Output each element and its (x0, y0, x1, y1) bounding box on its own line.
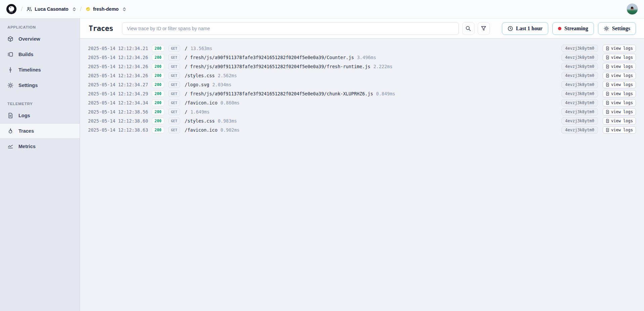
table-row[interactable]: 2025-05-14 12:12:34.26 200 GET /_fresh/j… (88, 53, 636, 62)
table-row[interactable]: 2025-05-14 12:12:34.29 200 GET /_fresh/j… (88, 89, 636, 98)
document-icon (606, 101, 609, 105)
view-logs-button[interactable]: view logs (603, 45, 636, 52)
status-badge: 200 (152, 81, 164, 88)
status-badge: 200 (152, 72, 164, 79)
deno-logo-icon[interactable] (6, 4, 17, 14)
sidebar-item-overview[interactable]: Overview (0, 31, 80, 47)
timeline-slider-icon (7, 67, 13, 73)
trace-settings-label: Settings (612, 26, 630, 32)
breadcrumb-separator: / (80, 5, 82, 13)
trace-path: /styles.css (185, 73, 215, 78)
view-logs-button[interactable]: view logs (603, 81, 636, 88)
trace-timestamp: 2025-05-14 12:12:38.56 (88, 109, 152, 115)
trace-settings-button[interactable]: Settings (598, 22, 636, 35)
trace-path: / (185, 46, 187, 51)
project-name: fresh-demo (93, 6, 119, 12)
trace-id-chip: 4evzj3k8ytm0 (561, 45, 598, 52)
status-badge: 200 (152, 99, 164, 106)
sidebar-item-logs[interactable]: Logs (0, 108, 80, 123)
table-row[interactable]: 2025-05-14 12:12:34.26 200 GET /styles.c… (88, 71, 636, 80)
gear-icon (7, 82, 13, 88)
trace-list: 2025-05-14 12:12:34.21 200 GET / 13.563m… (80, 39, 644, 311)
table-row[interactable]: 2025-05-14 12:12:34.27 200 GET /logo.svg… (88, 80, 636, 89)
trace-duration: 2.222ms (373, 64, 392, 69)
status-badge: 200 (152, 127, 164, 133)
view-logs-button[interactable]: view logs (603, 117, 636, 125)
method-badge: GET (168, 81, 180, 88)
sidebar-item-timelines[interactable]: Timelines (0, 62, 80, 78)
status-badge: 200 (152, 54, 164, 61)
view-logs-label: view logs (611, 55, 633, 60)
sidebar-section-application: APPLICATION (0, 25, 80, 31)
project-switcher-chevron-icon[interactable] (123, 7, 126, 11)
flame-icon (7, 128, 13, 134)
method-badge: GET (168, 99, 180, 106)
breadcrumb-separator: / (21, 5, 23, 13)
sidebar-item-builds[interactable]: Builds (0, 47, 80, 62)
trace-path: /styles.css (185, 118, 215, 124)
document-icon (606, 64, 609, 69)
streaming-label: Streaming (564, 26, 588, 32)
view-logs-label: view logs (611, 109, 633, 114)
filter-button[interactable] (478, 22, 490, 35)
streaming-live-dot-icon (558, 27, 561, 30)
table-row[interactable]: 2025-05-14 12:12:38.56 200 GET / 1.649ms… (88, 107, 636, 116)
table-row[interactable]: 2025-05-14 12:12:34.26 200 GET /_fresh/j… (88, 62, 636, 71)
trace-id-chip: 4evzj3k8ytm0 (561, 99, 598, 106)
traces-header: Traces (80, 18, 644, 39)
trace-timestamp: 2025-05-14 12:12:38.63 (88, 127, 152, 133)
view-logs-button[interactable]: view logs (603, 90, 636, 97)
method-badge: GET (168, 54, 180, 61)
org-switcher-chevron-icon[interactable] (73, 7, 76, 11)
cube-icon (7, 36, 13, 42)
trace-id-chip: 4evzj3k8ytm0 (561, 81, 598, 88)
trace-timestamp: 2025-05-14 12:12:34.26 (88, 55, 152, 60)
fresh-lemon-icon (86, 7, 90, 11)
streaming-button[interactable]: Streaming (552, 22, 594, 35)
sidebar-section-telemetry: TELEMETRY (0, 102, 80, 108)
breadcrumb-org[interactable]: Luca Casonato (27, 6, 76, 12)
trace-path: /favicon.ico (185, 100, 218, 105)
view-logs-label: view logs (611, 91, 633, 96)
user-avatar[interactable] (627, 3, 638, 15)
trend-chart-icon (7, 143, 13, 149)
view-logs-label: view logs (611, 100, 633, 105)
funnel-icon (481, 26, 486, 31)
time-range-button[interactable]: Last 1 hour (502, 22, 548, 35)
table-row[interactable]: 2025-05-14 12:12:34.34 200 GET /favicon.… (88, 98, 636, 107)
breadcrumb-project[interactable]: fresh-demo (86, 6, 126, 12)
view-logs-label: view logs (611, 73, 633, 78)
view-logs-button[interactable]: view logs (603, 99, 636, 106)
trace-path: /logo.svg (185, 82, 209, 87)
org-users-icon (27, 6, 32, 12)
sidebar-item-traces[interactable]: Traces (0, 123, 80, 139)
sidebar: APPLICATION Overview Builds (0, 18, 80, 311)
trace-duration: 3.496ms (357, 55, 376, 60)
trace-timestamp: 2025-05-14 12:12:34.34 (88, 100, 152, 105)
trace-id-chip: 4evzj3k8ytm0 (561, 108, 598, 116)
trace-search-input[interactable] (122, 22, 459, 35)
search-icon (465, 26, 471, 31)
sidebar-item-settings[interactable]: Settings (0, 78, 80, 93)
view-logs-button[interactable]: view logs (603, 108, 636, 116)
view-logs-button[interactable]: view logs (603, 126, 636, 134)
trace-id-chip: 4evzj3k8ytm0 (561, 117, 598, 125)
trace-timestamp: 2025-05-14 12:12:34.21 (88, 46, 152, 51)
method-badge: GET (168, 63, 180, 70)
view-logs-button[interactable]: view logs (603, 54, 636, 61)
document-icon (606, 92, 609, 96)
gear-icon (604, 26, 609, 31)
page-title: Traces (89, 25, 113, 33)
search-button[interactable] (462, 22, 474, 35)
sidebar-item-metrics[interactable]: Metrics (0, 139, 80, 154)
table-row[interactable]: 2025-05-14 12:12:38.63 200 GET /favicon.… (88, 125, 636, 134)
table-row[interactable]: 2025-05-14 12:12:34.21 200 GET / 13.563m… (88, 44, 636, 53)
trace-duration: 0.860ms (220, 100, 240, 105)
view-logs-label: view logs (611, 119, 633, 123)
org-name: Luca Casonato (35, 6, 68, 12)
view-logs-button[interactable]: view logs (603, 72, 636, 79)
trace-path: /_fresh/js/a90f911378fafe3f9241651282f02… (185, 55, 354, 60)
table-row[interactable]: 2025-05-14 12:12:38.60 200 GET /styles.c… (88, 116, 636, 125)
status-badge: 200 (152, 118, 164, 124)
view-logs-button[interactable]: view logs (603, 63, 636, 70)
